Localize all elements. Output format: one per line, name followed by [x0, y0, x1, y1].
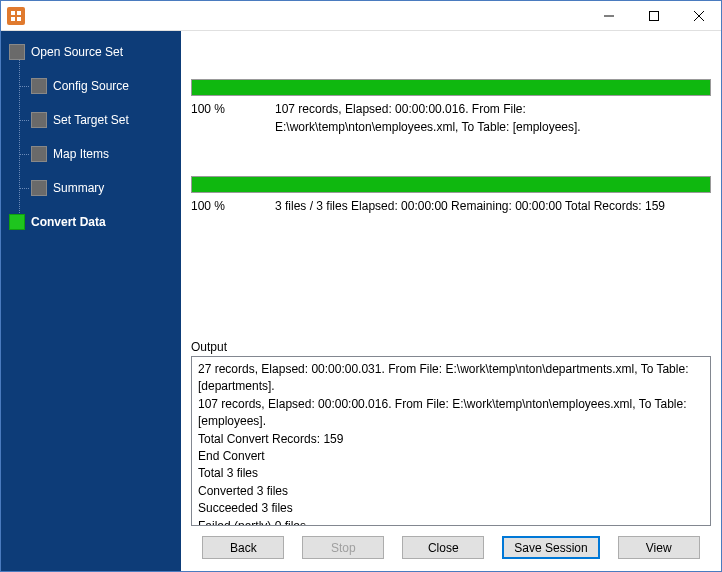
close-window-button[interactable]	[676, 1, 721, 31]
total-progress-bar	[191, 176, 711, 193]
step-label: Summary	[53, 181, 104, 195]
step-node-icon	[9, 214, 25, 230]
sidebar: Open Source SetConfig SourceSet Target S…	[1, 31, 181, 571]
output-line: Converted 3 files	[198, 483, 704, 500]
wizard-steps: Open Source SetConfig SourceSet Target S…	[1, 39, 181, 235]
output-line: Failed (partly) 0 files	[198, 518, 704, 526]
step-node-icon	[31, 180, 47, 196]
svg-rect-2	[11, 17, 15, 21]
svg-rect-3	[17, 17, 21, 21]
output-line: Succeeded 3 files	[198, 500, 704, 517]
file-progress-percent: 100 %	[191, 100, 251, 136]
step-node-icon	[31, 112, 47, 128]
stop-button: Stop	[302, 536, 384, 559]
output-line: 27 records, Elapsed: 00:00:00.031. From …	[198, 361, 704, 396]
wizard-step-convert-data[interactable]: Convert Data	[1, 209, 181, 235]
output-section: Output 27 records, Elapsed: 00:00:00.031…	[191, 330, 711, 526]
step-label: Open Source Set	[31, 45, 123, 59]
file-progress-block: 100 % 107 records, Elapsed: 00:00:00.016…	[191, 79, 711, 136]
titlebar	[1, 1, 721, 31]
maximize-button[interactable]	[631, 1, 676, 31]
file-progress-text: 107 records, Elapsed: 00:00:00.016. From…	[275, 100, 711, 136]
app-window: Open Source SetConfig SourceSet Target S…	[0, 0, 722, 572]
step-label: Set Target Set	[53, 113, 129, 127]
step-node-icon	[9, 44, 25, 60]
svg-rect-0	[11, 11, 15, 15]
step-label: Config Source	[53, 79, 129, 93]
total-progress-block: 100 % 3 files / 3 files Elapsed: 00:00:0…	[191, 176, 711, 215]
button-row: Back Stop Close Save Session View	[191, 526, 711, 563]
output-line: Total 3 files	[198, 465, 704, 482]
wizard-step-open-source-set[interactable]: Open Source Set	[1, 39, 181, 65]
wizard-step-config-source[interactable]: Config Source	[1, 73, 181, 99]
wizard-step-map-items[interactable]: Map Items	[1, 141, 181, 167]
svg-rect-5	[649, 11, 658, 20]
total-progress-percent: 100 %	[191, 197, 251, 215]
step-node-icon	[31, 78, 47, 94]
step-label: Map Items	[53, 147, 109, 161]
back-button[interactable]: Back	[202, 536, 284, 559]
total-progress-text: 3 files / 3 files Elapsed: 00:00:00 Rema…	[275, 197, 711, 215]
file-progress-bar	[191, 79, 711, 96]
minimize-button[interactable]	[586, 1, 631, 31]
wizard-step-set-target-set[interactable]: Set Target Set	[1, 107, 181, 133]
output-log[interactable]: 27 records, Elapsed: 00:00:00.031. From …	[191, 356, 711, 526]
svg-rect-1	[17, 11, 21, 15]
close-button[interactable]: Close	[402, 536, 484, 559]
view-button[interactable]: View	[618, 536, 700, 559]
output-label: Output	[191, 340, 711, 354]
step-label: Convert Data	[31, 215, 106, 229]
output-line: Total Convert Records: 159	[198, 431, 704, 448]
main-panel: 100 % 107 records, Elapsed: 00:00:00.016…	[181, 31, 721, 571]
output-line: 107 records, Elapsed: 00:00:00.016. From…	[198, 396, 704, 431]
output-line: End Convert	[198, 448, 704, 465]
app-icon	[7, 7, 25, 25]
step-node-icon	[31, 146, 47, 162]
wizard-step-summary[interactable]: Summary	[1, 175, 181, 201]
save-session-button[interactable]: Save Session	[502, 536, 599, 559]
